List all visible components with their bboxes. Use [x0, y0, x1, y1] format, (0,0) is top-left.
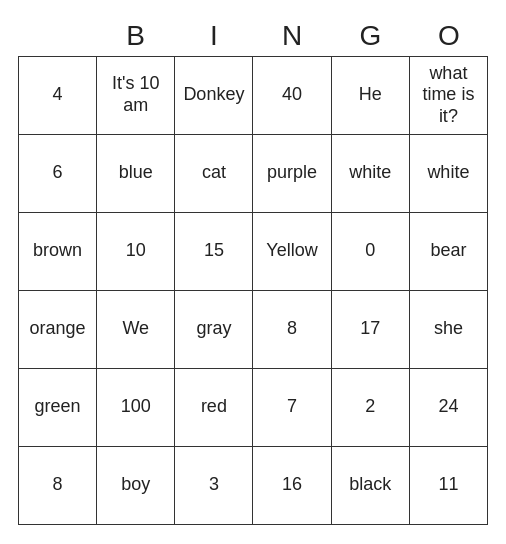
- header-n: N: [253, 20, 331, 52]
- cell-r4-c1: 100: [97, 368, 175, 446]
- cell-r1-c2: cat: [175, 134, 253, 212]
- cell-r3-c1: We: [97, 290, 175, 368]
- cell-r4-c4: 2: [331, 368, 409, 446]
- cell-r5-c4: black: [331, 446, 409, 524]
- cell-r0-c2: Donkey: [175, 56, 253, 134]
- cell-r5-c1: boy: [97, 446, 175, 524]
- cell-r3-c3: 8: [253, 290, 331, 368]
- header-b: B: [96, 20, 174, 52]
- cell-r3-c5: she: [409, 290, 487, 368]
- cell-r4-c5: 24: [409, 368, 487, 446]
- cell-r1-c5: white: [409, 134, 487, 212]
- table-row: brown1015Yellow0bear: [19, 212, 488, 290]
- cell-r3-c2: gray: [175, 290, 253, 368]
- cell-r1-c0: 6: [19, 134, 97, 212]
- cell-r0-c3: 40: [253, 56, 331, 134]
- cell-r3-c4: 17: [331, 290, 409, 368]
- table-row: orangeWegray817she: [19, 290, 488, 368]
- cell-r2-c1: 10: [97, 212, 175, 290]
- cell-r5-c2: 3: [175, 446, 253, 524]
- cell-r2-c3: Yellow: [253, 212, 331, 290]
- cell-r2-c5: bear: [409, 212, 487, 290]
- cell-r5-c3: 16: [253, 446, 331, 524]
- header-g: G: [331, 20, 409, 52]
- bingo-container: BINGO 4It's 10 amDonkey40Hewhat time is …: [18, 20, 488, 525]
- bingo-header: BINGO: [18, 20, 488, 52]
- cell-r2-c4: 0: [331, 212, 409, 290]
- header-empty: [18, 20, 96, 52]
- table-row: 8boy316black11: [19, 446, 488, 524]
- cell-r0-c5: what time is it?: [409, 56, 487, 134]
- cell-r1-c3: purple: [253, 134, 331, 212]
- cell-r4-c2: red: [175, 368, 253, 446]
- cell-r3-c0: orange: [19, 290, 97, 368]
- cell-r2-c2: 15: [175, 212, 253, 290]
- cell-r2-c0: brown: [19, 212, 97, 290]
- table-row: 4It's 10 amDonkey40Hewhat time is it?: [19, 56, 488, 134]
- cell-r5-c0: 8: [19, 446, 97, 524]
- table-row: green100red7224: [19, 368, 488, 446]
- cell-r5-c5: 11: [409, 446, 487, 524]
- cell-r0-c1: It's 10 am: [97, 56, 175, 134]
- header-o: O: [410, 20, 488, 52]
- header-i: I: [175, 20, 253, 52]
- bingo-grid: 4It's 10 amDonkey40Hewhat time is it?6bl…: [18, 56, 488, 525]
- cell-r4-c3: 7: [253, 368, 331, 446]
- cell-r0-c4: He: [331, 56, 409, 134]
- cell-r4-c0: green: [19, 368, 97, 446]
- cell-r0-c0: 4: [19, 56, 97, 134]
- table-row: 6bluecatpurplewhitewhite: [19, 134, 488, 212]
- cell-r1-c1: blue: [97, 134, 175, 212]
- cell-r1-c4: white: [331, 134, 409, 212]
